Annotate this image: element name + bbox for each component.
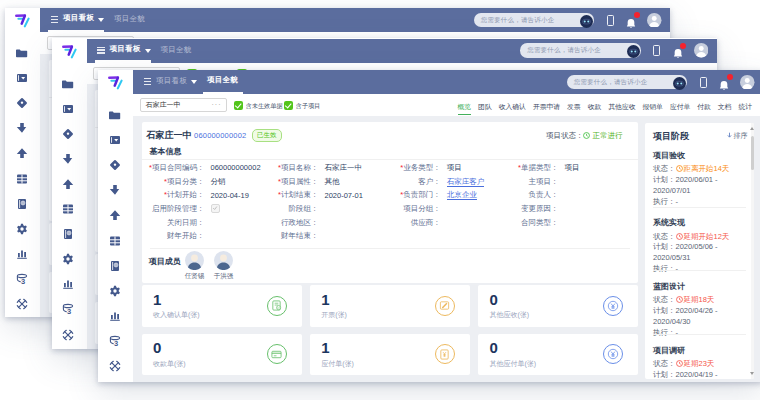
svg-text:3: 3 bbox=[67, 307, 71, 315]
svg-text:3: 3 bbox=[21, 276, 25, 284]
svg-text:3: 3 bbox=[114, 338, 118, 346]
